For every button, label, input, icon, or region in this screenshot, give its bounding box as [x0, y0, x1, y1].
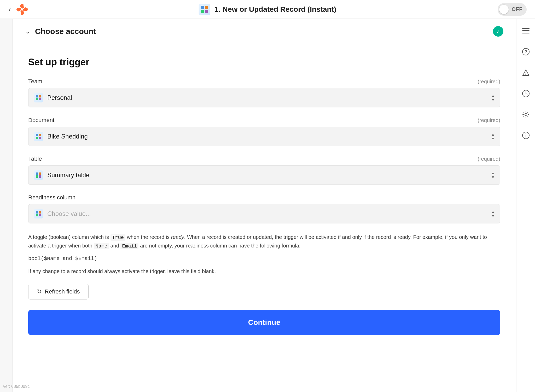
- team-label-row: Team (required): [28, 78, 500, 85]
- table-arrows: ▲ ▼: [491, 171, 495, 179]
- team-required: (required): [478, 79, 500, 85]
- continue-button[interactable]: Continue: [28, 310, 500, 335]
- table-label-row: Table (required): [28, 155, 500, 162]
- svg-rect-30: [522, 33, 530, 33]
- readiness-select-left: Choose value...: [34, 209, 91, 218]
- svg-rect-14: [36, 98, 38, 100]
- svg-rect-12: [36, 95, 38, 97]
- choose-account-label: Choose account: [35, 27, 96, 36]
- back-button[interactable]: ‹: [8, 6, 11, 13]
- desc-code-name: Name: [94, 243, 109, 249]
- header: ‹ 1. New or Updated Record (: [0, 0, 535, 19]
- center-panel: ⌄ Choose account ✓ Set up trigger Team (…: [13, 19, 516, 392]
- table-select-icon: [34, 170, 43, 180]
- svg-line-38: [526, 94, 527, 94]
- readiness-arrows: ▲ ▼: [491, 210, 495, 218]
- table-select[interactable]: Summary table ▲ ▼: [28, 165, 500, 185]
- svg-rect-9: [205, 6, 208, 9]
- svg-rect-34: [526, 72, 526, 74]
- title-icon: [199, 4, 210, 15]
- description-text: A toggle (boolean) column which is True …: [28, 233, 500, 275]
- svg-rect-11: [205, 10, 208, 13]
- document-arrows: ▲ ▼: [491, 132, 495, 140]
- trigger-content: Set up trigger Team (required): [13, 44, 516, 348]
- desc-em-ready: ready: [171, 234, 184, 240]
- svg-rect-26: [36, 214, 38, 216]
- choose-account-bar: ⌄ Choose account ✓: [13, 19, 516, 44]
- table-label: Table: [28, 155, 42, 162]
- app-logo: [16, 3, 28, 16]
- settings-icon[interactable]: [520, 109, 532, 120]
- svg-rect-20: [36, 172, 38, 175]
- document-label-row: Document (required): [28, 117, 500, 124]
- warning-icon[interactable]: [520, 67, 532, 78]
- main-layout: ⌄ Choose account ✓ Set up trigger Team (…: [0, 19, 535, 392]
- info-icon[interactable]: [520, 130, 532, 141]
- document-value: Bike Shedding: [47, 133, 88, 140]
- version-label: ver: 685b0d9c: [3, 384, 30, 389]
- svg-rect-8: [201, 6, 204, 9]
- svg-point-35: [525, 74, 526, 75]
- desc-p1-and: and: [109, 243, 120, 249]
- table-required: (required): [478, 156, 500, 162]
- page-title: 1. New or Updated Record (Instant): [214, 5, 336, 14]
- table-value: Summary table: [47, 171, 89, 179]
- readiness-field-group: Readiness column Choose value...: [28, 194, 500, 223]
- desc-note: If any change to a record should always …: [28, 267, 500, 275]
- document-select[interactable]: Bike Shedding ▲ ▼: [28, 127, 500, 146]
- header-left: ‹: [8, 3, 28, 16]
- clock-icon[interactable]: [520, 88, 532, 99]
- choose-account-left: ⌄ Choose account: [25, 27, 96, 36]
- help-icon[interactable]: ?: [520, 46, 532, 57]
- trigger-title: Set up trigger: [28, 57, 500, 68]
- svg-rect-15: [39, 98, 41, 100]
- team-select[interactable]: Personal ▲ ▼: [28, 88, 500, 107]
- document-required: (required): [478, 117, 500, 123]
- svg-rect-16: [36, 134, 38, 136]
- formula-text: bool($Name and $Email): [28, 255, 500, 263]
- document-label: Document: [28, 117, 54, 124]
- team-field-group: Team (required) Personal: [28, 78, 500, 107]
- svg-rect-29: [522, 30, 530, 31]
- toggle-label: OFF: [512, 6, 523, 12]
- team-label: Team: [28, 78, 42, 85]
- team-value: Personal: [47, 94, 72, 101]
- document-select-icon: [34, 132, 43, 141]
- collapse-chevron[interactable]: ⌄: [25, 28, 30, 35]
- refresh-fields-button[interactable]: ↻ Refresh fields: [28, 284, 89, 299]
- svg-rect-22: [36, 175, 38, 178]
- document-select-left: Bike Shedding: [34, 132, 88, 141]
- desc-code-true: True: [111, 234, 126, 241]
- desc-p1-end: are not empty, your readiness column can…: [138, 243, 300, 249]
- team-select-icon: [34, 93, 43, 102]
- svg-rect-18: [36, 137, 38, 139]
- document-field-group: Document (required) Bike: [28, 117, 500, 146]
- svg-rect-23: [39, 175, 41, 178]
- account-check-icon: ✓: [493, 26, 503, 37]
- readiness-label: Readiness column: [28, 194, 75, 201]
- readiness-label-row: Readiness column: [28, 194, 500, 201]
- toggle-circle: [499, 5, 509, 14]
- desc-p1-before: A toggle (boolean) column which is: [28, 234, 111, 240]
- svg-point-41: [525, 134, 526, 134]
- desc-p1-mid: when the record is: [125, 234, 171, 240]
- svg-rect-10: [201, 10, 204, 13]
- svg-rect-25: [39, 211, 41, 214]
- svg-rect-13: [39, 95, 41, 97]
- svg-point-39: [525, 113, 527, 116]
- readiness-select[interactable]: Choose value... ▲ ▼: [28, 204, 500, 223]
- refresh-button-label: Refresh fields: [45, 288, 80, 295]
- table-select-left: Summary table: [34, 170, 89, 180]
- menu-icon[interactable]: [520, 25, 532, 37]
- desc-code-email: Email: [120, 243, 138, 249]
- readiness-select-icon: [34, 209, 43, 218]
- svg-rect-27: [39, 214, 41, 216]
- team-select-left: Personal: [34, 93, 72, 102]
- continue-button-label: Continue: [248, 318, 281, 326]
- toggle-switch[interactable]: OFF: [498, 3, 527, 16]
- readiness-placeholder: Choose value...: [47, 210, 91, 217]
- table-field-group: Table (required) Summary: [28, 155, 500, 185]
- svg-rect-21: [39, 172, 41, 175]
- right-sidebar: ?: [516, 19, 535, 392]
- svg-rect-19: [39, 137, 41, 139]
